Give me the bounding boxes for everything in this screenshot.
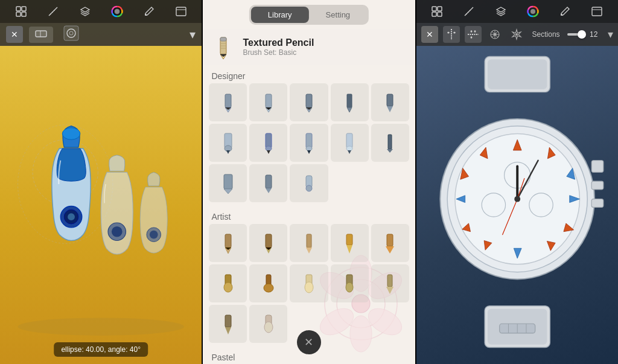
tab-setting[interactable]: Setting (309, 7, 367, 23)
brush-item[interactable] (249, 224, 287, 262)
svg-marker-87 (306, 247, 312, 254)
ruler-icon-r[interactable] (460, 3, 477, 20)
svg-rect-58 (387, 94, 393, 106)
svg-point-164 (514, 196, 520, 202)
color-wheel-icon-r[interactable] (524, 3, 541, 20)
svg-rect-63 (266, 133, 272, 148)
right-menu-button[interactable]: ▾ (608, 28, 613, 41)
svg-rect-47 (225, 94, 231, 107)
canvas-icon[interactable] (173, 3, 190, 20)
brush-icon[interactable] (141, 3, 158, 20)
svg-marker-77 (266, 188, 272, 193)
svg-rect-80 (225, 234, 231, 247)
section-artist: Artist (209, 207, 409, 224)
svg-rect-102 (225, 315, 231, 327)
svg-rect-119 (438, 12, 442, 16)
layers-icon-r[interactable] (492, 3, 509, 20)
brush-item[interactable] (209, 164, 247, 202)
svg-marker-73 (387, 149, 393, 153)
svg-point-25 (68, 213, 75, 220)
brush-item[interactable] (331, 224, 369, 262)
svg-point-99 (346, 283, 353, 292)
center-tab-bar: Library Setting (249, 5, 369, 25)
svg-point-22 (62, 128, 80, 140)
svg-rect-142 (591, 181, 604, 190)
sketch-canvas-left[interactable] (0, 46, 202, 364)
brush-item[interactable] (371, 264, 409, 302)
brush-item[interactable] (290, 124, 328, 162)
svg-rect-143 (591, 199, 604, 208)
brush-item[interactable] (249, 305, 287, 343)
svg-rect-117 (438, 7, 442, 11)
sections-value: 12 (590, 30, 600, 39)
svg-point-124 (530, 9, 535, 14)
svg-point-125 (561, 14, 562, 16)
brush-icon-r[interactable] (556, 3, 573, 20)
designer-brush-grid (209, 83, 409, 202)
symmetry-y-button[interactable] (465, 26, 482, 43)
brush-item[interactable] (249, 124, 287, 162)
svg-point-95 (264, 284, 273, 292)
svg-point-29 (150, 231, 158, 239)
svg-point-93 (224, 283, 232, 292)
svg-rect-3 (22, 12, 26, 16)
color-wheel-icon[interactable] (109, 3, 126, 20)
right-toolbar (416, 0, 618, 23)
brush-item[interactable] (209, 264, 247, 302)
svg-rect-141 (591, 161, 604, 173)
watch-canvas[interactable] (416, 46, 618, 364)
svg-rect-72 (388, 135, 392, 149)
svg-marker-68 (307, 150, 311, 154)
draw-tool-circle[interactable] (63, 25, 80, 44)
tab-library[interactable]: Library (251, 7, 309, 23)
brush-item[interactable] (331, 83, 369, 121)
left-toolbar (0, 0, 202, 23)
right-close-button[interactable]: ✕ (421, 26, 438, 43)
svg-marker-101 (386, 287, 393, 294)
star-symmetry-button[interactable] (508, 26, 525, 43)
brush-item[interactable] (290, 224, 328, 262)
svg-rect-17 (64, 26, 78, 40)
layers-icon[interactable] (77, 3, 94, 20)
panel-left: ✕ ▾ (0, 0, 202, 364)
canvas-icon-r[interactable] (588, 3, 605, 20)
section-designer: Designer (209, 66, 409, 83)
brush-item[interactable] (290, 83, 328, 121)
brush-item[interactable] (209, 124, 247, 162)
svg-marker-65 (267, 150, 270, 154)
brush-item[interactable] (371, 83, 409, 121)
svg-rect-1 (22, 7, 26, 11)
grid-icon[interactable] (13, 3, 30, 20)
radial-symmetry-button[interactable] (486, 26, 503, 43)
svg-point-97 (305, 282, 313, 293)
brush-item[interactable] (249, 264, 287, 302)
brush-item[interactable] (209, 305, 247, 343)
brush-item[interactable] (371, 224, 409, 262)
ruler-icon[interactable] (45, 3, 62, 20)
center-close-button[interactable]: ✕ (297, 330, 321, 354)
sections-slider[interactable] (567, 33, 585, 36)
symmetry-x-button[interactable] (443, 26, 460, 43)
brush-item[interactable] (331, 264, 369, 302)
svg-point-11 (115, 9, 119, 14)
brush-list: Designer Artist (203, 66, 415, 364)
svg-rect-138 (488, 60, 547, 89)
svg-point-70 (346, 146, 352, 151)
brush-item[interactable] (249, 164, 287, 202)
left-menu-button[interactable]: ▾ (190, 27, 196, 42)
brush-item[interactable] (209, 83, 247, 121)
svg-marker-62 (226, 150, 230, 154)
close-button[interactable]: ✕ (6, 26, 23, 43)
brush-header: Textured Pencil Brush Set: Basic (203, 29, 415, 65)
brush-item[interactable] (290, 164, 328, 202)
artist-brush-grid (209, 224, 409, 343)
brush-preview-icon (211, 35, 235, 59)
eraser-tool[interactable] (29, 27, 53, 43)
brush-item[interactable] (249, 83, 287, 121)
svg-marker-103 (225, 327, 231, 334)
brush-item[interactable] (331, 124, 369, 162)
brush-item[interactable] (371, 124, 409, 162)
brush-item[interactable] (209, 224, 247, 262)
brush-item[interactable] (290, 264, 328, 302)
grid-icon-r[interactable] (428, 3, 445, 20)
